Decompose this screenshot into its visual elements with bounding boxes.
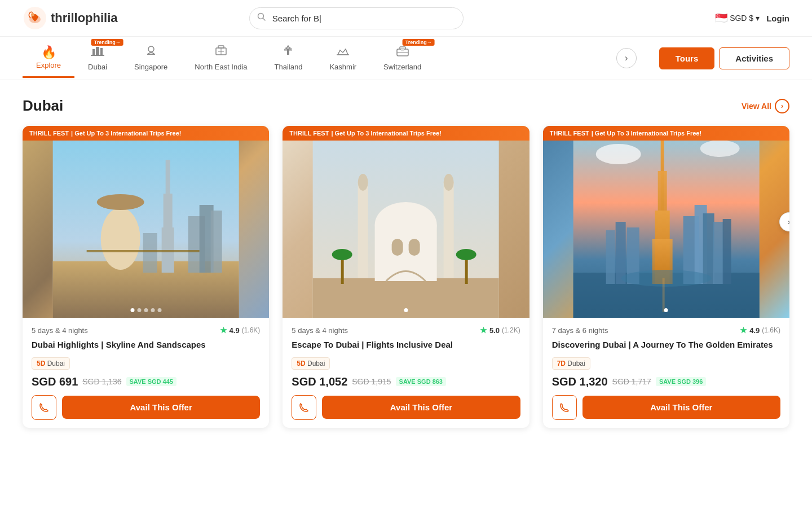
card-3-meta: 7 days & 6 nights ★ 4.9 (1.6K) (552, 326, 780, 335)
card-3-price: SGD 1,320 SGD 1,717 SAVE SGD 396 (552, 375, 780, 388)
svg-rect-38 (358, 182, 368, 278)
tours-toggle-button[interactable]: Tours (659, 47, 715, 69)
dot-2 (137, 308, 141, 312)
login-button[interactable]: Login (766, 14, 789, 23)
nav-item-northeast-india[interactable]: North East India (181, 37, 261, 80)
dot-active (404, 308, 408, 312)
card-3-phone-button[interactable] (552, 395, 577, 420)
cards-container: THRILL FEST | Get Up To 3 International … (23, 126, 789, 428)
header-right: 🇸🇬 SGD $ ▾ Login (715, 12, 789, 24)
svg-rect-56 (703, 213, 714, 284)
svg-point-8 (148, 46, 154, 52)
card-2-image (283, 126, 529, 318)
chevron-down-icon: ▾ (756, 14, 760, 23)
star-icon: ★ (740, 326, 747, 335)
search-input[interactable] (249, 7, 464, 29)
card-1-duration: 5 days & 4 nights (32, 326, 88, 335)
card-2-offer-banner: THRILL FEST | Get Up To 3 International … (283, 126, 529, 141)
navigation: 🔥 Explore Trending→ Dubai (0, 37, 812, 80)
card-2-price: SGD 1,052 SGD 1,915 SAVE SGD 863 (292, 375, 520, 388)
card-3-dots (664, 308, 668, 312)
card-3-title: Discovering Dubai | A Journey To The Gol… (552, 339, 780, 351)
nav-item-thailand[interactable]: Thailand (261, 37, 316, 80)
section-title: Dubai (23, 97, 63, 115)
card-3: THRILL FEST | Get Up To 3 International … (543, 126, 789, 428)
explore-icon: 🔥 (41, 45, 56, 60)
currency-selector[interactable]: 🇸🇬 SGD $ ▾ (715, 12, 760, 24)
nav-item-singapore[interactable]: Singapore (121, 37, 181, 80)
svg-rect-57 (713, 222, 723, 284)
card-2-meta: 5 days & 4 nights ★ 5.0 (1.2K) (292, 326, 520, 335)
activities-toggle-button[interactable]: Activities (719, 47, 789, 69)
svg-point-39 (358, 174, 368, 191)
section-header: Dubai View All › (23, 97, 789, 115)
card-2-phone-button[interactable] (292, 395, 316, 420)
card-1-price-current: SGD 691 (32, 375, 78, 388)
nav-item-switzerland[interactable]: Trending→ Switzerland (370, 37, 435, 80)
nav-item-dubai[interactable]: Trending→ Dubai (74, 37, 121, 80)
dot-3 (144, 308, 148, 312)
card-1-days-tag: 5D Dubai (32, 357, 70, 370)
card-2: THRILL FEST | Get Up To 3 International … (283, 126, 529, 428)
card-3-actions: Avail This Offer (552, 395, 780, 420)
card-3-rating: ★ 4.9 (1.6K) (740, 326, 780, 335)
nav-item-label: Thailand (275, 63, 303, 71)
card-1: THRILL FEST | Get Up To 3 International … (23, 126, 269, 428)
svg-rect-60 (615, 222, 625, 284)
flag-icon: 🇸🇬 (715, 12, 727, 24)
svg-point-30 (101, 208, 140, 270)
card-3-tags: 7D Dubai (552, 357, 780, 370)
svg-rect-33 (87, 250, 200, 252)
dot-active (664, 308, 668, 312)
card-1-image-wrap: THRILL FEST | Get Up To 3 International … (23, 126, 269, 318)
svg-point-41 (444, 174, 454, 191)
search-icon (257, 12, 266, 24)
card-3-price-original: SGD 1,717 (612, 377, 651, 386)
svg-rect-42 (392, 239, 403, 256)
svg-rect-9 (147, 54, 155, 55)
view-all-arrow-icon: › (775, 99, 789, 113)
card-2-price-save: SAVE SGD 863 (396, 377, 446, 386)
nav-more-button[interactable]: › (616, 48, 637, 68)
northeast-india-icon (214, 43, 228, 62)
card-2-tags: 5D Dubai (292, 357, 520, 370)
card-3-avail-button[interactable]: Avail This Offer (582, 396, 780, 419)
card-3-image (543, 126, 789, 318)
svg-rect-58 (722, 219, 731, 284)
svg-point-45 (332, 249, 352, 260)
logo[interactable]: thrillophilia (23, 6, 118, 30)
dot-5 (157, 308, 161, 312)
card-3-price-save: SAVE SGD 396 (656, 377, 706, 386)
kashmir-icon (336, 43, 350, 62)
switzerland-icon (395, 43, 410, 62)
card-1-image (23, 126, 269, 318)
phone-icon (299, 402, 309, 413)
card-2-price-original: SGD 1,915 (352, 377, 391, 386)
view-all-link[interactable]: View All › (742, 99, 789, 113)
card-1-price: SGD 691 SGD 1,136 SAVE SGD 445 (32, 375, 260, 388)
nav-item-explore[interactable]: 🔥 Explore (23, 38, 74, 78)
card-1-title: Dubai Highlights | Skyline And Sandscape… (32, 339, 260, 351)
card-1-phone-button[interactable] (32, 395, 56, 420)
trending-badge: Trending→ (91, 39, 123, 46)
nav-item-label: Switzerland (383, 63, 421, 71)
card-3-image-wrap: THRILL FEST | Get Up To 3 International … (543, 126, 789, 318)
card-1-price-save: SAVE SGD 445 (126, 377, 176, 386)
svg-rect-37 (375, 225, 437, 281)
svg-point-64 (595, 144, 641, 164)
nav-item-kashmir[interactable]: Kashmir (316, 37, 370, 80)
svg-rect-29 (143, 233, 157, 273)
nav-items: 🔥 Explore Trending→ Dubai (23, 37, 612, 80)
card-3-body: 7 days & 6 nights ★ 4.9 (1.6K) Discoveri… (543, 318, 789, 428)
card-2-avail-button[interactable]: Avail This Offer (322, 396, 520, 419)
nav-toggle: Tours Activities (659, 47, 789, 69)
singapore-icon (144, 43, 158, 62)
phone-icon (559, 402, 570, 413)
card-1-avail-button[interactable]: Avail This Offer (62, 396, 260, 419)
thailand-icon (281, 43, 295, 62)
search-bar (249, 7, 464, 29)
card-1-price-original: SGD 1,136 (82, 377, 121, 386)
phone-icon (39, 402, 49, 413)
card-3-price-current: SGD 1,320 (552, 375, 608, 388)
card-2-dots (404, 308, 408, 312)
